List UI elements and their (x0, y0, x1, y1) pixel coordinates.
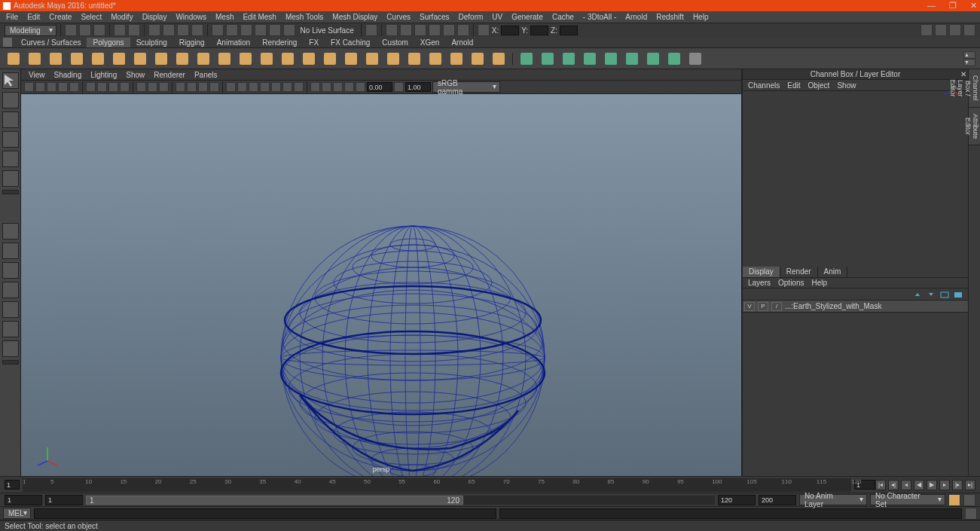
menu-uv[interactable]: UV (487, 13, 507, 21)
menu-curves[interactable]: Curves (382, 13, 415, 21)
panel-tool-25[interactable] (333, 82, 343, 92)
bevel-icon[interactable] (490, 50, 508, 68)
panel-tool-20[interactable] (271, 82, 281, 92)
snap-grid-icon[interactable] (212, 24, 224, 36)
save-scene-icon[interactable] (93, 24, 105, 36)
range-end-outer[interactable] (759, 495, 796, 505)
close-button[interactable]: ✕ (970, 1, 977, 11)
multi-cut-icon[interactable] (665, 50, 683, 68)
new-scene-icon[interactable] (65, 24, 77, 36)
step-back-icon[interactable]: ◂ (901, 480, 911, 490)
panel-tool-3[interactable] (58, 82, 68, 92)
layer-display-type[interactable]: / (771, 302, 782, 311)
step-forward-icon[interactable]: ▸ (939, 480, 950, 490)
menu-create[interactable]: Create (44, 13, 76, 21)
panel-menu-panels[interactable]: Panels (190, 71, 222, 79)
view-cube-axis-icon[interactable] (942, 81, 960, 99)
go-start-icon[interactable]: |◂ (875, 480, 886, 490)
layer-tab-display[interactable]: Display (743, 267, 780, 277)
sculpt-4-icon[interactable] (602, 50, 620, 68)
layer-move-up-icon[interactable] (912, 290, 923, 299)
panel-menu-show[interactable]: Show (121, 71, 149, 79)
sculpt-2-icon[interactable] (560, 50, 578, 68)
x-input[interactable] (501, 26, 519, 35)
select-mode-icon[interactable] (148, 24, 160, 36)
gamma-input[interactable] (405, 82, 431, 92)
snap-point-icon[interactable] (240, 24, 252, 36)
menu-help[interactable]: Help (688, 13, 713, 21)
menu-edit-mesh[interactable]: Edit Mesh (238, 13, 280, 21)
panel-tool-17[interactable] (237, 82, 247, 92)
layout-graph-icon[interactable] (2, 340, 19, 357)
mask-icon[interactable] (191, 24, 203, 36)
snap-curve-icon[interactable] (226, 24, 238, 36)
step-forward-key-icon[interactable]: |▸ (952, 480, 963, 490)
ipr-render-icon[interactable] (400, 24, 412, 36)
undo-icon[interactable] (114, 24, 126, 36)
layer-new-empty-icon[interactable] (939, 290, 950, 299)
play-forward-icon[interactable]: ▶ (927, 480, 937, 490)
sculpt-1-icon[interactable] (539, 50, 557, 68)
panel-tool-11[interactable] (159, 82, 169, 92)
sculpt-5-icon[interactable] (623, 50, 641, 68)
layer-menu-options[interactable]: Options (774, 279, 808, 287)
panel-tool-23[interactable] (310, 82, 320, 92)
layer-tab-anim[interactable]: Anim (818, 267, 848, 277)
render-frame-icon[interactable] (386, 24, 398, 36)
gamma-icon[interactable] (394, 82, 404, 92)
redo-icon[interactable] (128, 24, 140, 36)
command-input[interactable] (34, 508, 496, 519)
menu-select[interactable]: Select (76, 13, 106, 21)
layout-two-v-icon[interactable] (2, 282, 19, 298)
channel-menu-channels[interactable]: Channels (744, 81, 783, 90)
light-editor-icon[interactable] (457, 24, 469, 36)
panel-tool-0[interactable] (24, 82, 34, 92)
layout-two-h-icon[interactable] (2, 262, 19, 279)
panel-tool-26[interactable] (344, 82, 354, 92)
step-back-key-icon[interactable]: ◂| (888, 480, 899, 490)
mirror-icon[interactable] (517, 50, 536, 68)
layer-playback-toggle[interactable]: P (758, 302, 768, 311)
panel-tool-24[interactable] (322, 82, 331, 92)
panel-close-icon[interactable]: ✕ (960, 70, 966, 78)
channel-box-toggle-icon[interactable] (963, 24, 975, 36)
layout-icon[interactable] (935, 24, 947, 36)
sculpt-3-icon[interactable] (581, 50, 599, 68)
maximize-button[interactable]: ❐ (949, 1, 957, 11)
lasso-tool[interactable] (2, 92, 19, 108)
current-frame-left[interactable] (5, 480, 20, 490)
construction-history-icon[interactable] (365, 24, 377, 36)
layout-four-icon[interactable] (2, 243, 19, 259)
shelf-tab-rigging[interactable]: Rigging (173, 38, 211, 47)
tool-x-icon[interactable] (686, 50, 704, 68)
shelf-tab-curves-surfaces[interactable]: Curves / Surfaces (15, 38, 87, 47)
panel-tool-1[interactable] (35, 82, 45, 92)
open-scene-icon[interactable] (79, 24, 91, 36)
shelf-settings-icon[interactable] (3, 38, 12, 47)
xyz-toggle-icon[interactable] (478, 24, 490, 36)
vtab-attribute-editor[interactable]: Attribute Editor (969, 108, 980, 146)
menu-surfaces[interactable]: Surfaces (415, 13, 453, 21)
shelf-tab-fx-caching[interactable]: FX Caching (325, 38, 376, 47)
panel-tool-4[interactable] (69, 82, 79, 92)
maya-home-icon[interactable] (21, 459, 23, 475)
timeline-ruler[interactable]: 1510152025303540455055606570758085909510… (23, 478, 851, 492)
panel-tool-2[interactable] (47, 82, 56, 92)
character-set-selector[interactable]: No Character Set (870, 494, 945, 505)
z-input[interactable] (560, 26, 578, 35)
panel-tool-19[interactable] (260, 82, 270, 92)
poly-type-icon[interactable] (321, 50, 339, 68)
layer-move-down-icon[interactable] (926, 290, 936, 299)
shelf-tab-arnold[interactable]: Arnold (445, 38, 479, 47)
bridge-icon[interactable] (469, 50, 487, 68)
exposure-input[interactable] (367, 82, 392, 92)
panel-tool-27[interactable] (356, 82, 365, 92)
menu-edit[interactable]: Edit (23, 13, 44, 21)
shelf-tab-custom[interactable]: Custom (376, 38, 414, 47)
module-selector[interactable]: Modeling (5, 25, 56, 36)
script-editor-icon[interactable] (965, 508, 977, 520)
shelf-scroll-up-icon[interactable]: ▲ (963, 51, 975, 59)
auto-key-icon[interactable] (948, 494, 960, 506)
panel-tool-14[interactable] (198, 82, 208, 92)
hypershade-icon[interactable] (443, 24, 455, 36)
